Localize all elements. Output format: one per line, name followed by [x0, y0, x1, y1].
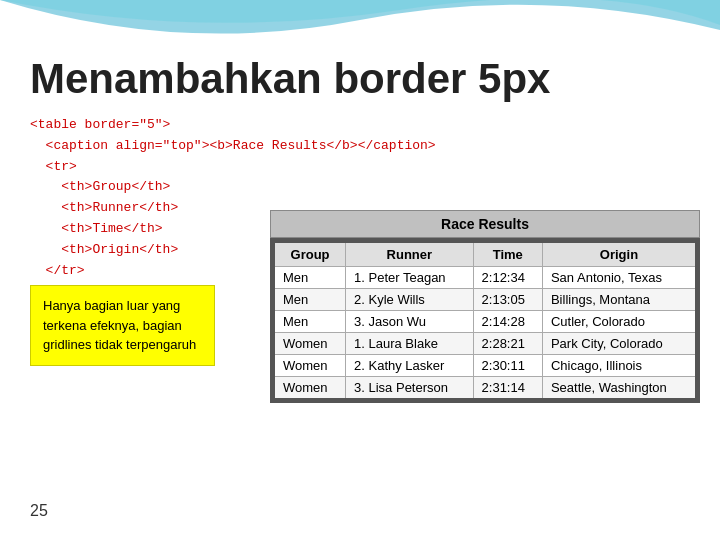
- page-number: 25: [30, 502, 48, 520]
- table-cell: Cutler, Colorado: [542, 311, 697, 333]
- page-title: Menambahkan border 5px: [30, 55, 550, 103]
- table-cell: 2:13:05: [473, 289, 542, 311]
- table-cell: Chicago, Illinois: [542, 355, 697, 377]
- top-decoration: [0, 0, 720, 60]
- race-results-table: Race Results Group Runner Time Origin Me…: [270, 210, 700, 403]
- table-container: Race Results Group Runner Time Origin Me…: [270, 210, 700, 403]
- table-cell: 2:30:11: [473, 355, 542, 377]
- col-header-group: Group: [273, 241, 346, 267]
- table-cell: Men: [273, 267, 346, 289]
- table-cell: Women: [273, 333, 346, 355]
- table-cell: 3. Lisa Peterson: [346, 377, 474, 401]
- table-row: Men1. Peter Teagan2:12:34San Antonio, Te…: [273, 267, 698, 289]
- col-header-origin: Origin: [542, 241, 697, 267]
- code-line-3: <tr>: [30, 157, 436, 178]
- col-header-runner: Runner: [346, 241, 474, 267]
- table-caption: Race Results: [270, 210, 700, 238]
- table-cell: 2:12:34: [473, 267, 542, 289]
- table-row: Women1. Laura Blake2:28:21Park City, Col…: [273, 333, 698, 355]
- table-row: Men2. Kyle Wills2:13:05Billings, Montana: [273, 289, 698, 311]
- table-row: Men3. Jason Wu2:14:28Cutler, Colorado: [273, 311, 698, 333]
- table-cell: 2:28:21: [473, 333, 542, 355]
- info-box: Hanya bagian luar yang terkena efeknya, …: [30, 285, 215, 366]
- table-cell: Park City, Colorado: [542, 333, 697, 355]
- table-cell: Seattle, Washington: [542, 377, 697, 401]
- table-cell: Women: [273, 377, 346, 401]
- table-cell: 2:31:14: [473, 377, 542, 401]
- code-line-4: <th>Group</th>: [30, 177, 436, 198]
- table-cell: San Antonio, Texas: [542, 267, 697, 289]
- code-line-2: <caption align="top"><b>Race Results</b>…: [30, 136, 436, 157]
- table-cell: Billings, Montana: [542, 289, 697, 311]
- code-line-1: <table border="5">: [30, 115, 436, 136]
- table-cell: 1. Peter Teagan: [346, 267, 474, 289]
- table-row: Women2. Kathy Lasker2:30:11Chicago, Illi…: [273, 355, 698, 377]
- table-cell: 3. Jason Wu: [346, 311, 474, 333]
- table-cell: 1. Laura Blake: [346, 333, 474, 355]
- table-header-row: Group Runner Time Origin: [273, 241, 698, 267]
- col-header-time: Time: [473, 241, 542, 267]
- table-cell: Men: [273, 289, 346, 311]
- table-row: Women3. Lisa Peterson2:31:14Seattle, Was…: [273, 377, 698, 401]
- table-cell: Men: [273, 311, 346, 333]
- info-box-text: Hanya bagian luar yang terkena efeknya, …: [43, 298, 196, 352]
- table-cell: 2. Kathy Lasker: [346, 355, 474, 377]
- table-cell: Women: [273, 355, 346, 377]
- table-cell: 2:14:28: [473, 311, 542, 333]
- table-cell: 2. Kyle Wills: [346, 289, 474, 311]
